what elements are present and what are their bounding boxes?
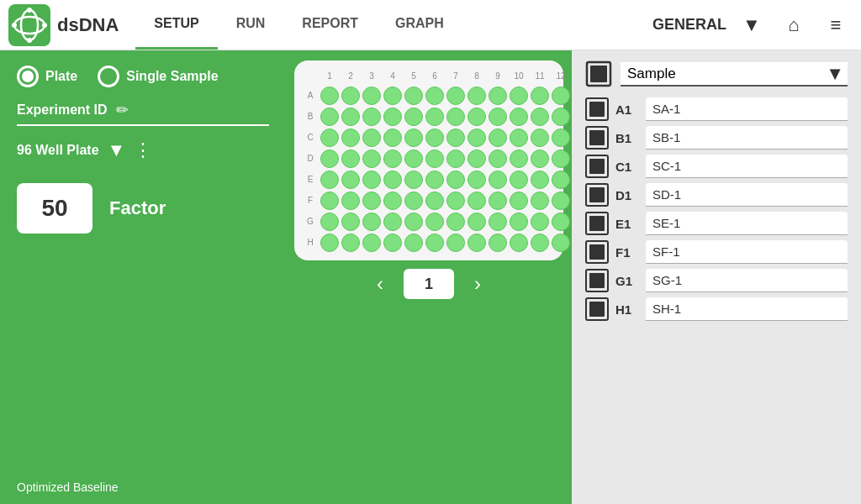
well-A6[interactable] — [425, 87, 444, 105]
well-F12[interactable] — [552, 192, 570, 210]
well-F6[interactable] — [425, 192, 444, 210]
sample-input-B1[interactable] — [646, 126, 848, 150]
well-B3[interactable] — [362, 108, 381, 126]
well-D9[interactable] — [489, 150, 507, 168]
well-E3[interactable] — [362, 171, 381, 189]
well-A9[interactable] — [489, 87, 507, 105]
well-H1[interactable] — [320, 234, 339, 252]
well-E2[interactable] — [341, 171, 360, 189]
well-E8[interactable] — [467, 171, 486, 189]
well-G12[interactable] — [552, 213, 570, 231]
well-F1[interactable] — [320, 192, 339, 210]
well-B8[interactable] — [467, 108, 486, 126]
well-B11[interactable] — [531, 108, 549, 126]
well-checkbox-icon-A1[interactable] — [585, 97, 609, 121]
single-sample-radio[interactable]: Single Sample — [98, 66, 218, 87]
well-E11[interactable] — [531, 171, 549, 189]
dots-menu[interactable]: ⋮ — [134, 139, 154, 161]
well-D5[interactable] — [404, 150, 423, 168]
well-F2[interactable] — [341, 192, 360, 210]
well-D12[interactable] — [552, 150, 570, 168]
well-B5[interactable] — [404, 108, 423, 126]
sample-input-E1[interactable] — [646, 212, 848, 235]
well-A7[interactable] — [446, 87, 465, 105]
well-F9[interactable] — [489, 192, 507, 210]
well-A11[interactable] — [531, 87, 549, 105]
well-C5[interactable] — [404, 129, 423, 147]
well-B4[interactable] — [383, 108, 402, 126]
well-H2[interactable] — [341, 234, 360, 252]
well-G1[interactable] — [320, 213, 339, 231]
well-checkbox-icon-F1[interactable] — [585, 240, 609, 264]
well-B1[interactable] — [320, 108, 339, 126]
plate-radio[interactable]: Plate — [17, 66, 77, 87]
well-H7[interactable] — [446, 234, 465, 252]
well-G3[interactable] — [362, 213, 381, 231]
well-F5[interactable] — [404, 192, 423, 210]
well-E9[interactable] — [489, 171, 507, 189]
well-A8[interactable] — [467, 87, 486, 105]
well-A10[interactable] — [510, 87, 528, 105]
tab-setup[interactable]: SETUP — [135, 0, 217, 50]
well-D2[interactable] — [341, 150, 360, 168]
well-F7[interactable] — [446, 192, 465, 210]
well-H12[interactable] — [552, 234, 570, 252]
well-G5[interactable] — [404, 213, 423, 231]
well-D3[interactable] — [362, 150, 381, 168]
sample-input-F1[interactable] — [646, 240, 848, 264]
well-A4[interactable] — [383, 87, 402, 105]
well-F11[interactable] — [531, 192, 549, 210]
well-E6[interactable] — [425, 171, 444, 189]
well-F4[interactable] — [383, 192, 402, 210]
home-button[interactable]: ⌂ — [777, 8, 811, 42]
select-all-icon[interactable] — [585, 60, 612, 87]
well-D11[interactable] — [531, 150, 549, 168]
well-G7[interactable] — [446, 213, 465, 231]
well-E5[interactable] — [404, 171, 423, 189]
well-checkbox-icon-B1[interactable] — [585, 126, 609, 150]
factor-value-box[interactable]: 50 — [17, 183, 92, 234]
sample-input-C1[interactable] — [646, 155, 848, 178]
well-E10[interactable] — [510, 171, 528, 189]
well-H10[interactable] — [510, 234, 528, 252]
sample-input-G1[interactable] — [646, 269, 848, 292]
well-A3[interactable] — [362, 87, 381, 105]
well-C3[interactable] — [362, 129, 381, 147]
well-F10[interactable] — [510, 192, 528, 210]
well-C7[interactable] — [446, 129, 465, 147]
well-B2[interactable] — [341, 108, 360, 126]
well-E12[interactable] — [552, 171, 570, 189]
well-checkbox-icon-E1[interactable] — [585, 212, 609, 235]
well-C6[interactable] — [425, 129, 444, 147]
well-C4[interactable] — [383, 129, 402, 147]
well-F3[interactable] — [362, 192, 381, 210]
well-C12[interactable] — [552, 129, 570, 147]
well-A12[interactable] — [552, 87, 570, 105]
well-B12[interactable] — [552, 108, 570, 126]
well-H6[interactable] — [425, 234, 444, 252]
well-D6[interactable] — [425, 150, 444, 168]
menu-button[interactable]: ≡ — [819, 8, 853, 42]
well-F8[interactable] — [467, 192, 486, 210]
well-C8[interactable] — [467, 129, 486, 147]
plate-dropdown-arrow[interactable]: ▼ — [108, 139, 126, 161]
well-C10[interactable] — [510, 129, 528, 147]
next-page-button[interactable]: › — [467, 272, 488, 296]
well-H5[interactable] — [404, 234, 423, 252]
well-G11[interactable] — [531, 213, 549, 231]
well-D1[interactable] — [320, 150, 339, 168]
well-D10[interactable] — [510, 150, 528, 168]
well-B9[interactable] — [489, 108, 507, 126]
well-C9[interactable] — [489, 129, 507, 147]
well-G2[interactable] — [341, 213, 360, 231]
well-A1[interactable] — [320, 87, 339, 105]
well-G6[interactable] — [425, 213, 444, 231]
tab-report[interactable]: REPORT — [283, 0, 377, 50]
sample-input-H1[interactable] — [646, 297, 848, 321]
well-D8[interactable] — [467, 150, 486, 168]
well-checkbox-icon-G1[interactable] — [585, 269, 609, 292]
well-B7[interactable] — [446, 108, 465, 126]
well-A2[interactable] — [341, 87, 360, 105]
well-G8[interactable] — [467, 213, 486, 231]
well-G10[interactable] — [510, 213, 528, 231]
